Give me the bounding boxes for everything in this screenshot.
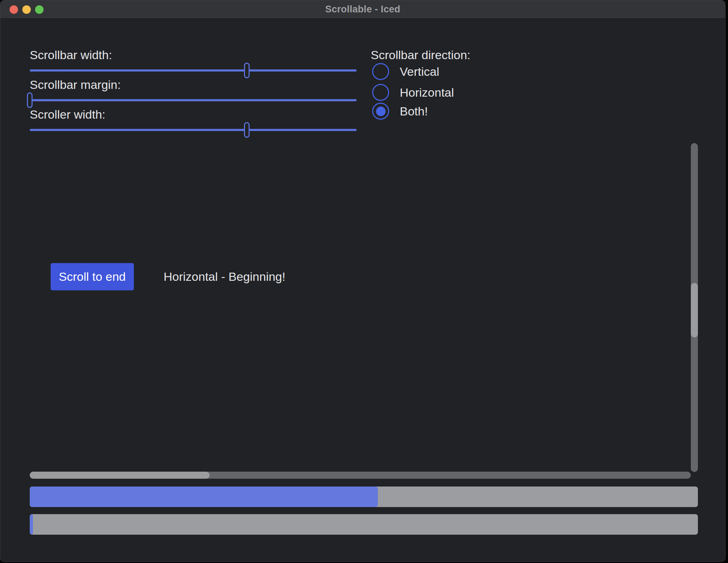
slider-handle[interactable] bbox=[27, 92, 33, 108]
vertical-progress-bar bbox=[30, 487, 698, 507]
radio-label: Vertical bbox=[400, 65, 439, 79]
radio-option-both[interactable]: Both! bbox=[372, 103, 428, 120]
slider-rail[interactable] bbox=[30, 69, 357, 72]
radio-circle-icon[interactable] bbox=[372, 63, 389, 80]
horizontal-scrollbar-track[interactable] bbox=[30, 472, 691, 479]
slider-handle[interactable] bbox=[244, 122, 250, 138]
window-title: Scrollable - Iced bbox=[325, 4, 400, 15]
vertical-scroller-thumb[interactable] bbox=[691, 283, 698, 337]
horizontal-progress-bar bbox=[30, 514, 698, 535]
close-button[interactable] bbox=[10, 5, 18, 14]
radio-option-vertical[interactable]: Vertical bbox=[372, 63, 439, 80]
radio-option-horizontal[interactable]: Horizontal bbox=[372, 84, 454, 101]
scrollbar-width-slider[interactable] bbox=[30, 63, 357, 78]
minimize-button[interactable] bbox=[22, 5, 31, 14]
slider-rail[interactable] bbox=[30, 129, 357, 131]
horizontal-scroller-thumb[interactable] bbox=[30, 472, 210, 479]
app-window: Scrollable - Iced Scrollbar width: Scrol… bbox=[0, 0, 726, 562]
titlebar: Scrollable - Iced bbox=[0, 0, 725, 19]
scrollbar-margin-slider[interactable] bbox=[30, 92, 357, 108]
progress-fill bbox=[30, 487, 378, 507]
radio-circle-icon[interactable] bbox=[372, 103, 389, 120]
scroll-to-end-button[interactable]: Scroll to end bbox=[51, 263, 134, 290]
radio-label: Both! bbox=[400, 104, 428, 118]
scroll-status-text: Horizontal - Beginning! bbox=[164, 263, 285, 290]
progress-fill bbox=[30, 514, 33, 535]
vertical-scrollbar-track[interactable] bbox=[691, 143, 698, 472]
slider-handle[interactable] bbox=[244, 63, 250, 78]
radio-label: Horizontal bbox=[400, 86, 454, 99]
radio-circle-icon[interactable] bbox=[372, 84, 389, 101]
zoom-button[interactable] bbox=[35, 5, 44, 14]
slider-rail[interactable] bbox=[30, 99, 357, 101]
scroller-width-label: Scroller width: bbox=[30, 107, 106, 122]
scroller-width-slider[interactable] bbox=[30, 122, 357, 138]
scrollbar-width-label: Scrollbar width: bbox=[30, 47, 112, 63]
traffic-lights bbox=[10, 0, 44, 19]
screen: Scrollable - Iced Scrollbar width: Scrol… bbox=[0, 0, 728, 563]
radio-selected-dot bbox=[376, 107, 386, 116]
scrollbar-margin-label: Scrollbar margin: bbox=[30, 77, 121, 92]
scrollbar-direction-label: Scrollbar direction: bbox=[371, 47, 471, 63]
